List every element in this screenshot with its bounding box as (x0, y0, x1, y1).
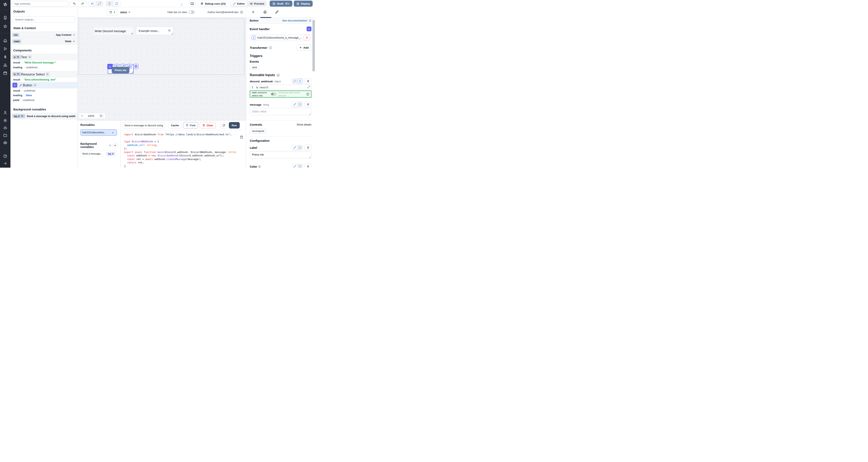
output-row[interactable]: jobId:undefined (10, 98, 78, 103)
home-icon[interactable] (3, 38, 8, 43)
output-row[interactable]: result:"$res:u/henri/testing_bot" (10, 77, 78, 82)
expr-function-icon[interactable] (298, 145, 303, 150)
output-row[interactable]: loading:false (10, 93, 78, 98)
hide-bar-toggle[interactable] (188, 10, 194, 14)
insert-component-tab[interactable] (251, 10, 255, 15)
app-canvas[interactable]: Write Discord message: Example resou... … (78, 17, 246, 121)
output-row[interactable]: loading:undefined (10, 65, 78, 70)
show-details-link[interactable]: Show details (297, 123, 311, 126)
edit-id-pencil-icon[interactable] (19, 83, 23, 87)
label-value-input[interactable]: Press me (250, 151, 311, 158)
connect-plug-icon[interactable] (305, 164, 311, 168)
tab-editor[interactable]: Editor (231, 1, 247, 6)
windmill-logo-icon[interactable] (3, 2, 8, 7)
zoom-out-button[interactable] (81, 114, 83, 117)
resize-handle[interactable] (172, 33, 173, 34)
runnable-name-input[interactable] (122, 122, 165, 129)
expr-function-icon[interactable] (298, 79, 303, 84)
collapse-chevron-icon[interactable] (33, 83, 37, 87)
clear-button[interactable]: Clear (200, 122, 216, 129)
state-row[interactable]: state State (10, 38, 78, 44)
info-icon[interactable] (240, 11, 243, 14)
code-editor[interactable]: import discordwebhook from "https://deno… (121, 130, 246, 168)
bg-runnable-item[interactable]: Send a message... bg_0 (81, 151, 117, 157)
resource-select-component[interactable]: Example resou... (136, 27, 174, 35)
collapse-arrow-icon[interactable] (3, 161, 8, 166)
styling-tab[interactable] (275, 10, 279, 15)
draft-button[interactable]: Draft ⌘S (270, 1, 292, 7)
workers-icon[interactable] (3, 126, 8, 130)
settings-gear-icon[interactable] (3, 118, 8, 123)
collapse-chevron-icon[interactable] (28, 55, 32, 59)
run-button[interactable]: Run (229, 122, 240, 129)
bg0-row[interactable]: bg_0 Send a message to discord using web… (10, 113, 78, 120)
static-pencil-icon[interactable] (292, 79, 298, 84)
connect-plug-icon[interactable] (305, 145, 311, 151)
copy-code-icon[interactable] (240, 135, 243, 139)
component-c-header[interactable]: c Button (10, 82, 78, 88)
refresh-code-button[interactable] (220, 122, 227, 129)
debug-runs-button[interactable]: Debug runs (23) (198, 1, 228, 7)
folders-icon[interactable] (3, 133, 8, 138)
chevron-down-icon[interactable] (72, 40, 75, 43)
resize-handle[interactable] (131, 33, 133, 34)
connect-plug-icon[interactable] (305, 102, 311, 107)
resources-icon[interactable] (3, 63, 8, 68)
help-icon[interactable] (3, 154, 8, 159)
user-icon[interactable] (3, 110, 8, 115)
info-icon[interactable] (306, 93, 309, 96)
connect-plug-icon[interactable] (305, 78, 311, 84)
recompute-chip[interactable]: recompute (250, 129, 267, 134)
schedules-icon[interactable] (3, 71, 8, 75)
apps-icon[interactable] (3, 15, 8, 20)
output-row[interactable]: result:"Write Discord message:" (10, 60, 78, 65)
tab-preview[interactable]: Preview (248, 1, 267, 6)
component-settings-tab[interactable] (263, 10, 267, 15)
expression-editor[interactable]: 1 b.result (250, 85, 311, 90)
search-outputs-input[interactable] (13, 16, 75, 23)
refresh-mode-dropdown[interactable]: once (118, 9, 133, 15)
add-transformer-button[interactable]: Add (297, 44, 311, 51)
ctx-row[interactable]: ctx App Context (10, 32, 78, 38)
clear-select-icon[interactable] (168, 29, 171, 33)
app-summary-input[interactable] (12, 1, 68, 6)
expr-function-icon[interactable] (298, 164, 303, 168)
message-static-input[interactable] (250, 108, 311, 115)
resize-grip[interactable] (309, 156, 311, 158)
see-documentation-link[interactable]: See documentation (282, 19, 311, 22)
resource-mode-toggle[interactable] (271, 92, 277, 96)
static-pencil-icon[interactable] (292, 102, 298, 107)
zoom-in-button[interactable] (99, 113, 103, 118)
text-component[interactable]: Write Discord message: (94, 27, 133, 35)
runs-icon[interactable] (3, 46, 8, 51)
audit-eye-icon[interactable] (3, 140, 8, 145)
deploy-button[interactable]: Deploy (294, 1, 313, 7)
expand-editor-icon[interactable] (307, 86, 310, 89)
static-pencil-icon[interactable] (292, 145, 298, 150)
documentation-book-icon[interactable] (188, 1, 196, 7)
page-scrollbar[interactable] (312, 20, 315, 71)
static-pencil-icon[interactable] (292, 164, 298, 168)
refresh-app-button[interactable]: 1 (106, 9, 118, 15)
click-event-chip[interactable]: click (250, 65, 259, 70)
move-icon[interactable] (133, 64, 138, 69)
fork-button[interactable]: Fork (183, 122, 198, 129)
output-row[interactable]: result:undefined (10, 88, 78, 93)
mobile-view-button[interactable] (106, 1, 113, 6)
redo-button[interactable] (79, 1, 87, 6)
favorites-star-icon[interactable] (3, 24, 8, 29)
resize-grip[interactable] (309, 113, 311, 115)
undo-button[interactable] (70, 1, 79, 6)
chevron-down-icon[interactable] (72, 34, 75, 36)
collapse-chevron-icon[interactable] (45, 72, 50, 76)
runnable-item-selected[interactable]: hub/1511/discord/se... c (81, 129, 117, 136)
resize-handle[interactable] (131, 71, 133, 73)
variables-icon[interactable]: $ (3, 55, 8, 59)
remove-runnable-button[interactable] (304, 35, 310, 40)
event-handler-runnable[interactable]: f hub/1511/discord/send_a_message_... (250, 34, 311, 41)
desktop-view-button[interactable] (113, 1, 120, 6)
expr-function-icon[interactable] (298, 102, 303, 107)
more-menu-icon[interactable] (180, 2, 183, 7)
component-b-header[interactable]: b Resource Select (10, 71, 78, 77)
add-background-runnable-button[interactable] (113, 143, 118, 148)
